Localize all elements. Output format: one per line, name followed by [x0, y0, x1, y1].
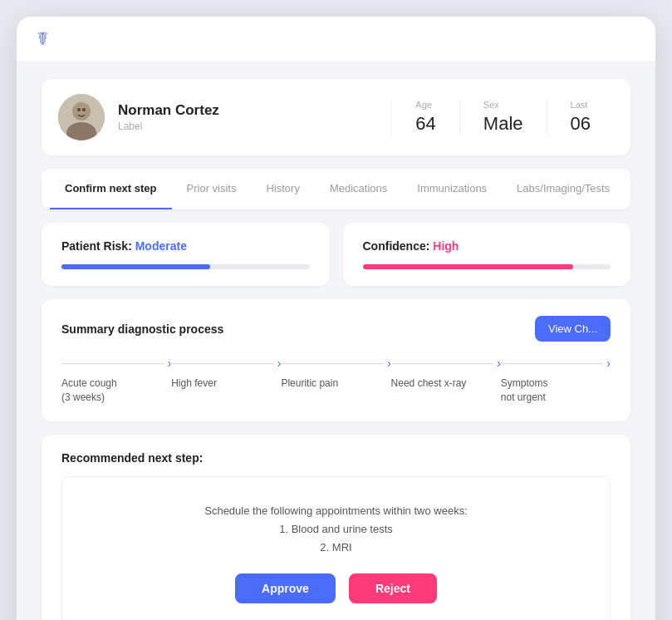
- sex-label: Sex: [483, 100, 523, 110]
- top-bar: ☤: [17, 17, 655, 62]
- rec-line-1: Schedule the following appointments with…: [204, 504, 468, 517]
- last-value: 06: [571, 113, 591, 135]
- patient-stats: Age 64 Sex Male Last 06: [391, 100, 614, 135]
- diagnostic-header: Summary diagnostic process View Ch...: [61, 316, 611, 342]
- risk-progress-fill: [61, 264, 210, 269]
- step-label-3: Pleuritic pain: [281, 376, 338, 391]
- confidence-card-title: Confidence: High: [363, 239, 611, 253]
- step-line: [501, 363, 604, 364]
- svg-point-3: [77, 108, 81, 111]
- diagnostic-step-4: › Need chest x-ray: [391, 357, 501, 391]
- step-line: [391, 363, 494, 364]
- diagnostic-step-2: › High fever: [171, 357, 281, 391]
- approve-button[interactable]: Approve: [235, 573, 336, 603]
- confidence-progress-bg: [363, 264, 611, 269]
- recommended-content: Schedule the following appointments with…: [61, 476, 611, 620]
- patient-label-text: Label: [118, 121, 375, 132]
- svg-point-4: [82, 108, 86, 111]
- step-label-2: High fever: [171, 376, 217, 391]
- step-connector-3: ›: [281, 357, 390, 370]
- tab-immunizations[interactable]: Immunizations: [402, 169, 502, 209]
- step-line: [61, 363, 164, 364]
- tab-labs[interactable]: Labs/Imaging/Tests: [502, 169, 625, 209]
- age-value: 64: [415, 113, 435, 135]
- patient-risk-card: Patient Risk: Moderate: [42, 223, 330, 286]
- age-label: Age: [415, 100, 435, 110]
- patient-card: Norman Cortez Label Age 64 Sex Male Last…: [42, 79, 630, 155]
- last-label: Last: [571, 100, 591, 110]
- recommended-card: Recommended next step: Schedule the foll…: [42, 435, 630, 620]
- confidence-progress-fill: [363, 264, 574, 269]
- action-buttons: Approve Reject: [79, 573, 593, 603]
- patient-name: Norman Cortez: [118, 102, 375, 119]
- tab-history[interactable]: History: [251, 169, 314, 209]
- caduceus-logo-icon: ☤: [37, 28, 49, 50]
- avatar: [58, 94, 105, 140]
- risk-card-title: Patient Risk: Moderate: [61, 239, 310, 253]
- confidence-card: Confidence: High: [343, 223, 631, 286]
- diagnostic-step-1: › Acute cough(3 weeks): [61, 357, 171, 405]
- risk-level: Moderate: [135, 239, 187, 253]
- diagnostic-step-3: › Pleuritic pain: [281, 357, 390, 391]
- tab-confirm-next-step[interactable]: Confirm next step: [50, 169, 172, 209]
- rec-line-3: 2. MRI: [320, 541, 351, 554]
- tabs-row: Confirm next step Prior visits History M…: [42, 169, 630, 209]
- step-connector-5: ›: [501, 357, 611, 370]
- svg-point-1: [72, 102, 91, 121]
- age-stat: Age 64: [391, 100, 459, 135]
- sex-stat: Sex Male: [459, 100, 547, 135]
- patient-info: Norman Cortez Label: [118, 102, 375, 132]
- tab-prior-visits[interactable]: Prior visits: [172, 169, 252, 209]
- view-chart-button[interactable]: View Ch...: [535, 316, 611, 342]
- step-line: [171, 363, 274, 364]
- confidence-title-prefix: Confidence:: [363, 239, 434, 253]
- sex-value: Male: [483, 113, 523, 135]
- step-connector-1: ›: [61, 357, 171, 370]
- reject-button[interactable]: Reject: [349, 573, 437, 603]
- step-label-5: Symptomsnot urgent: [501, 376, 548, 405]
- cards-row: Patient Risk: Moderate Confidence: High: [42, 223, 630, 286]
- rec-line-2: 1. Blood and urine tests: [279, 523, 393, 535]
- diagnostic-title: Summary diagnostic process: [61, 322, 223, 336]
- step-label-4: Need chest x-ray: [391, 376, 467, 391]
- last-stat: Last 06: [547, 100, 614, 135]
- step-line: [281, 363, 384, 364]
- tab-medications[interactable]: Medications: [315, 169, 402, 209]
- step-label-1: Acute cough(3 weeks): [61, 376, 117, 405]
- diagnostic-steps: › Acute cough(3 weeks) › High fever: [61, 357, 611, 405]
- chevron-right-icon: ›: [606, 357, 611, 370]
- step-connector-2: ›: [171, 357, 281, 370]
- recommended-title: Recommended next step:: [61, 451, 611, 465]
- recommendation-text: Schedule the following appointments with…: [79, 502, 593, 557]
- app-window: ☤ Norman Cortez Label Age: [17, 17, 655, 620]
- risk-progress-bg: [61, 264, 310, 269]
- diagnostic-card: Summary diagnostic process View Ch... › …: [42, 299, 630, 421]
- step-connector-4: ›: [391, 357, 501, 370]
- main-content: Norman Cortez Label Age 64 Sex Male Last…: [17, 62, 655, 620]
- risk-title-prefix: Patient Risk:: [61, 239, 135, 253]
- diagnostic-step-5: › Symptomsnot urgent: [501, 357, 611, 405]
- confidence-level: High: [433, 239, 459, 253]
